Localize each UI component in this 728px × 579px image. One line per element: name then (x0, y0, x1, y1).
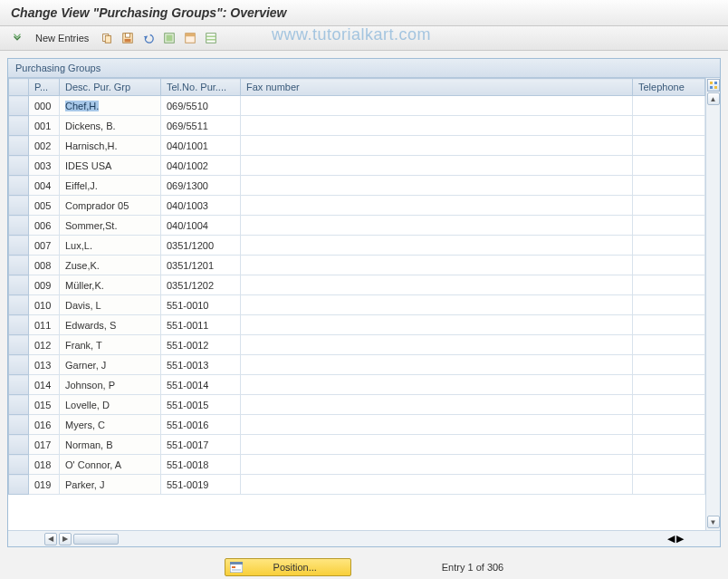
cell-tel[interactable]: 551-0018 (161, 455, 241, 475)
cell-tel[interactable]: 0351/1200 (161, 236, 241, 256)
cell-tel[interactable]: 040/1004 (161, 216, 241, 236)
cell-desc[interactable]: Parker, J (60, 475, 161, 495)
cell-tel[interactable]: 551-0015 (161, 395, 241, 415)
cell-code[interactable]: 009 (29, 275, 60, 295)
cell-code[interactable]: 001 (29, 116, 60, 136)
undo-icon[interactable] (140, 30, 157, 46)
row-selector[interactable] (9, 216, 29, 236)
row-selector[interactable] (9, 196, 29, 216)
cell-tel[interactable]: 551-0017 (161, 435, 241, 455)
cell-desc[interactable]: Lovelle, D (60, 395, 161, 415)
cell-phone[interactable] (633, 415, 705, 435)
cell-phone[interactable] (633, 156, 705, 176)
cell-tel[interactable]: 040/1002 (161, 156, 241, 176)
row-selector[interactable] (9, 375, 29, 395)
table-row[interactable]: 010Davis, L551-0010 (9, 295, 705, 315)
cell-phone[interactable] (633, 256, 705, 275)
cell-code[interactable]: 007 (29, 236, 60, 256)
cell-desc[interactable]: IDES USA (60, 156, 161, 176)
horizontal-scrollbar[interactable]: ◀ ▶ ◀ ▶ (8, 530, 720, 546)
cell-tel[interactable]: 551-0013 (161, 355, 241, 375)
cell-tel[interactable]: 551-0012 (161, 335, 241, 355)
cell-fax[interactable] (241, 176, 633, 196)
cell-code[interactable]: 018 (29, 455, 60, 475)
cell-tel[interactable]: 0351/1201 (161, 256, 241, 275)
cell-phone[interactable] (633, 116, 705, 136)
cell-tel[interactable]: 069/1300 (161, 176, 241, 196)
table-row[interactable]: 015Lovelle, D551-0015 (9, 395, 705, 415)
cell-code[interactable]: 017 (29, 435, 60, 455)
cell-phone[interactable] (633, 475, 705, 495)
row-selector[interactable] (9, 116, 29, 136)
position-button[interactable]: Position... (225, 558, 351, 576)
cell-phone[interactable] (633, 176, 705, 196)
table-row[interactable]: 017Norman, B551-0017 (9, 435, 705, 455)
column-header-tel[interactable]: Tel.No. Pur.... (161, 79, 241, 96)
column-header-phone[interactable]: Telephone (633, 79, 705, 96)
cell-fax[interactable] (241, 275, 633, 295)
row-selector[interactable] (9, 395, 29, 415)
table-row[interactable]: 019Parker, J551-0019 (9, 475, 705, 495)
row-selector[interactable] (9, 475, 29, 495)
table-row[interactable]: 003IDES USA040/1002 (9, 156, 705, 176)
cell-phone[interactable] (633, 236, 705, 256)
cell-fax[interactable] (241, 295, 633, 315)
vscroll-track[interactable] (706, 106, 720, 515)
vertical-scrollbar[interactable]: ▲ ▼ (705, 78, 720, 530)
cell-tel[interactable]: 040/1001 (161, 136, 241, 156)
table-row[interactable]: 007Lux,L.0351/1200 (9, 236, 705, 256)
row-selector[interactable] (9, 176, 29, 196)
cell-code[interactable]: 006 (29, 216, 60, 236)
table-settings-icon[interactable] (707, 79, 720, 92)
cell-fax[interactable] (241, 455, 633, 475)
cell-fax[interactable] (241, 236, 633, 256)
deselect-all-icon[interactable] (203, 30, 219, 46)
table-row[interactable]: 014Johnson, P551-0014 (9, 375, 705, 395)
cell-desc[interactable]: Sommer,St. (60, 216, 161, 236)
cell-phone[interactable] (633, 335, 705, 355)
cell-code[interactable]: 008 (29, 256, 60, 275)
save-icon[interactable] (120, 30, 136, 46)
table-row[interactable]: 013Garner, J551-0013 (9, 355, 705, 375)
row-selector[interactable] (9, 355, 29, 375)
table-row[interactable]: 006Sommer,St.040/1004 (9, 216, 705, 236)
table-row[interactable]: 011Edwards, S551-0011 (9, 315, 705, 335)
scroll-down-icon[interactable]: ▼ (707, 516, 720, 528)
cell-desc[interactable]: Chef,H. (60, 96, 161, 116)
cell-desc[interactable]: Zuse,K. (60, 256, 161, 275)
column-header-desc[interactable]: Desc. Pur. Grp (60, 79, 161, 96)
cell-fax[interactable] (241, 435, 633, 455)
column-header-code[interactable]: P... (29, 79, 60, 96)
cell-phone[interactable] (633, 136, 705, 156)
table-row[interactable]: 002Harnisch,H.040/1001 (9, 136, 705, 156)
cell-code[interactable]: 012 (29, 335, 60, 355)
cell-fax[interactable] (241, 395, 633, 415)
cell-tel[interactable]: 551-0011 (161, 315, 241, 335)
hscroll-thumb[interactable] (73, 534, 119, 545)
scroll-left-end-icon[interactable]: ◀ (667, 533, 675, 545)
cell-code[interactable]: 002 (29, 136, 60, 156)
cell-desc[interactable]: Norman, B (60, 435, 161, 455)
cell-tel[interactable]: 069/5510 (161, 96, 241, 116)
cell-phone[interactable] (633, 355, 705, 375)
cell-code[interactable]: 004 (29, 176, 60, 196)
cell-desc[interactable]: Eiffel,J. (60, 176, 161, 196)
cell-desc[interactable]: Davis, L (60, 295, 161, 315)
select-all-icon[interactable] (161, 30, 177, 46)
cell-fax[interactable] (241, 156, 633, 176)
table-row[interactable]: 005Comprador 05040/1003 (9, 196, 705, 216)
column-header-select[interactable] (9, 79, 29, 96)
cell-phone[interactable] (633, 395, 705, 415)
cell-tel[interactable]: 0351/1202 (161, 275, 241, 295)
row-selector[interactable] (9, 156, 29, 176)
cell-code[interactable]: 013 (29, 355, 60, 375)
cell-desc[interactable]: Frank, T (60, 335, 161, 355)
row-selector[interactable] (9, 96, 29, 116)
row-selector[interactable] (9, 415, 29, 435)
cell-fax[interactable] (241, 96, 633, 116)
cell-desc[interactable]: Harnisch,H. (60, 136, 161, 156)
cell-desc[interactable]: Edwards, S (60, 315, 161, 335)
cell-fax[interactable] (241, 256, 633, 275)
cell-code[interactable]: 003 (29, 156, 60, 176)
cell-code[interactable]: 000 (29, 96, 60, 116)
